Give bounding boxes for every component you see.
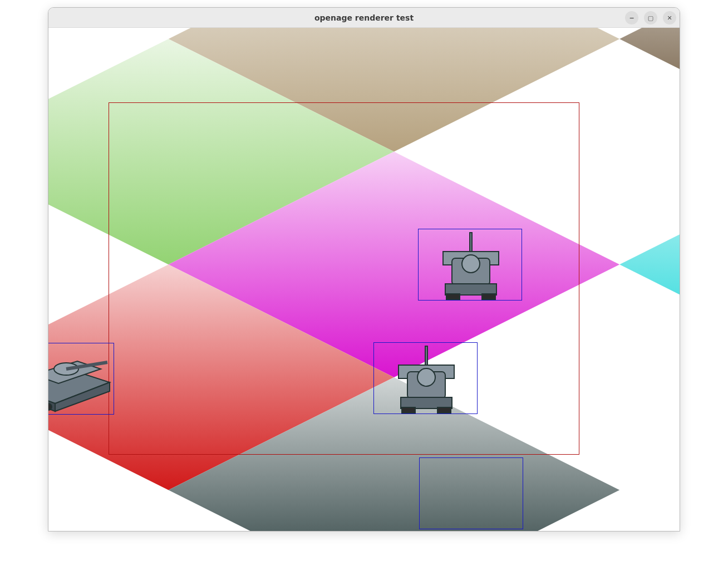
window-title: openage renderer test [314,13,414,22]
tank-center[interactable] [373,342,478,414]
svg-point-9 [48,403,52,410]
svg-rect-22 [446,294,460,299]
svg-rect-15 [402,407,415,413]
terrain-tile [619,152,680,377]
render-viewport[interactable] [48,28,680,531]
empty-box[interactable] [419,457,523,529]
app-window: openage renderer test − ▢ ✕ [48,7,680,531]
maximize-button[interactable]: ▢ [644,11,657,24]
tank-right[interactable] [418,229,522,301]
svg-rect-10 [425,346,427,365]
terrain-tile [619,28,680,152]
tank-icon [48,343,115,415]
close-button[interactable]: ✕ [663,11,676,24]
tank-icon [419,229,523,301]
minimize-icon: − [629,15,634,21]
tank-left[interactable] [48,343,114,415]
minimize-button[interactable]: − [625,11,638,24]
svg-rect-17 [470,233,472,252]
svg-rect-23 [482,294,495,299]
svg-rect-16 [437,407,451,413]
svg-point-13 [417,368,435,386]
tank-icon [374,343,478,415]
window-controls: − ▢ ✕ [625,11,676,24]
titlebar[interactable]: openage renderer test − ▢ ✕ [48,8,680,28]
maximize-icon: ▢ [648,15,653,21]
close-icon: ✕ [667,15,672,21]
svg-point-20 [462,255,480,273]
